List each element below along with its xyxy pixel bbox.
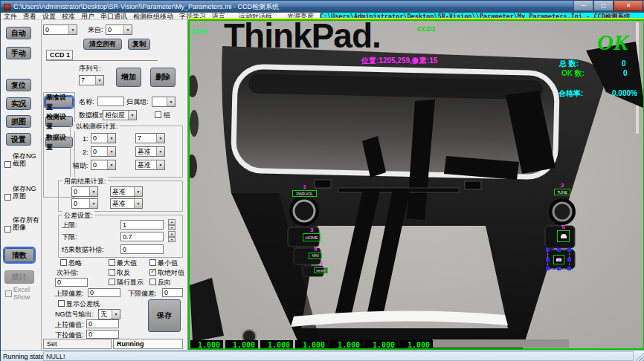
drag-handle[interactable] (557, 248, 561, 252)
result-value: 1.000 (295, 340, 328, 350)
clear-all-button[interactable]: 清空所有 (83, 39, 122, 50)
serial-select[interactable]: 7 (79, 75, 104, 85)
manual-button[interactable]: 手动 (6, 47, 31, 59)
drag-handle[interactable] (546, 267, 550, 270)
save-button[interactable]: 保存 (148, 299, 181, 332)
reverse-checkbox[interactable] (149, 279, 156, 285)
lower-limit-input[interactable] (120, 232, 164, 241)
save-ng-shot-checkbox[interactable] (4, 161, 11, 168)
save-ng-raw-checkbox[interactable] (4, 194, 11, 201)
row1-a-select[interactable]: 0 (91, 133, 116, 143)
tab-set[interactable]: Set (43, 339, 112, 349)
live-button[interactable]: 实况 (6, 97, 31, 110)
menu-frame-group-move[interactable]: 检测框组移动 (130, 13, 176, 20)
excel-show-label: Excel Show (13, 286, 40, 302)
interlace-checkbox[interactable] (109, 279, 115, 285)
data-settings-button[interactable]: 数据设置 (45, 137, 73, 148)
detect-box-selected[interactable]: 7 (547, 250, 570, 269)
menu-view[interactable]: 查看 (20, 13, 39, 20)
pulldown-input[interactable] (86, 330, 119, 339)
lower-dev-input[interactable] (162, 288, 183, 297)
aux-a-select[interactable]: 0 (91, 160, 116, 170)
ignore-checkbox[interactable] (60, 259, 67, 266)
save-all-images-checkbox[interactable] (4, 226, 11, 232)
group-mode-checkbox[interactable] (155, 111, 161, 118)
prev1-a-select[interactable]: 0 (71, 186, 98, 197)
menu-user[interactable]: 用户 (78, 13, 97, 20)
detect-box-tune[interactable]: 2 TUNE (554, 189, 570, 195)
max-checkbox[interactable] (109, 259, 115, 266)
detect-box-icon-inner[interactable]: 7 (553, 255, 564, 264)
prev2-a-select[interactable]: 0 (71, 198, 98, 209)
sec-comp-input[interactable] (55, 278, 88, 287)
close-button[interactable]: ✕ (614, 1, 643, 11)
group-select[interactable] (152, 97, 176, 107)
pass-rate-value: 0.000% (612, 90, 637, 97)
negate-checkbox[interactable] (109, 269, 115, 276)
min-checkbox[interactable] (149, 259, 156, 266)
detect-box-navi[interactable]: 4 NAVI (309, 253, 322, 259)
menu-settings[interactable]: 设置 (39, 13, 59, 20)
drag-handle[interactable] (557, 267, 561, 270)
status-message-field: NULL! (43, 351, 634, 361)
menu-serial-comm[interactable]: 串口通讯 (97, 13, 130, 20)
detect-box-home[interactable]: 3 HOME (303, 233, 321, 241)
row2-label: 2: (83, 149, 88, 156)
clear-count-button[interactable]: 清数 (4, 248, 34, 262)
total-count-label: 总 数: (559, 60, 579, 68)
image-viewport[interactable]: ThinkPad. (188, 19, 644, 350)
minimize-button[interactable]: ─ (573, 1, 593, 11)
show-tol-line-checkbox[interactable] (58, 300, 65, 307)
bell-icon (561, 234, 567, 238)
result-comp-input[interactable] (120, 244, 164, 254)
save-ng-shot-label: 保存NG截图 (13, 152, 39, 168)
detect-box-number: 3 (310, 227, 313, 233)
tab-running[interactable]: Running (113, 339, 183, 349)
detect-settings-button[interactable]: 检测设置 (45, 116, 73, 127)
chevron-down-icon (107, 134, 115, 143)
aux-b-select[interactable]: 基准 (135, 160, 165, 170)
reset-button[interactable]: 复位 (6, 79, 31, 91)
delete-button[interactable]: 删除 (150, 68, 176, 87)
drag-handle[interactable] (546, 248, 550, 252)
row1-b-select[interactable]: 7 (135, 133, 165, 143)
title-bar[interactable]: C:\Users\Administrator\Desktop\SR-Vision… (1, 1, 644, 13)
detect-box-pwr-vol[interactable]: 1 PWR-VOL (292, 190, 317, 197)
upper-dev-input[interactable] (88, 288, 120, 297)
name-input[interactable] (97, 97, 124, 106)
abs-checkbox[interactable] (149, 269, 156, 276)
copy-button[interactable]: 复制 (128, 39, 150, 50)
prev1-b-select[interactable]: 基准 (110, 186, 143, 197)
prev2-b-select[interactable]: 基准 (110, 198, 143, 209)
add-button[interactable]: 增加 (116, 68, 141, 87)
menu-file[interactable]: 文件 (1, 13, 20, 20)
drag-handle[interactable] (546, 258, 550, 261)
from-select[interactable]: 0 (106, 25, 132, 35)
from-label: 来自: (88, 27, 103, 33)
auto-button[interactable]: 自动 (6, 27, 31, 39)
base-settings-button[interactable]: 基准设置 (45, 97, 73, 108)
maximize-button[interactable]: ◻ (593, 1, 614, 11)
row2-b-select[interactable]: 基准 (135, 146, 165, 157)
drag-handle[interactable] (567, 248, 571, 252)
pullup-label: 上拉偏值: (55, 322, 84, 328)
drag-handle[interactable] (567, 267, 571, 270)
drag-handle[interactable] (567, 258, 571, 261)
detect-box-reset[interactable]: 5 RESET (314, 267, 328, 273)
pullup-input[interactable] (86, 319, 119, 328)
data-mode-select[interactable]: 相似度 (103, 110, 137, 120)
position-text: 位置:1205,259,像素:15 (361, 57, 437, 65)
lower-limit-spinner[interactable] (168, 231, 176, 242)
tab-ccd1[interactable]: CCD 1 (46, 50, 73, 60)
item-select[interactable]: 0 (43, 25, 77, 35)
interlace-label: 隔行显示 (117, 279, 144, 286)
resize-grip[interactable] (635, 352, 644, 361)
menu-calibration[interactable]: 校准 (59, 13, 78, 20)
detect-box-bell[interactable]: 6 (557, 230, 570, 242)
grab-button[interactable]: 抓图 (6, 115, 31, 128)
ng-output-select[interactable]: 无 (98, 309, 120, 319)
upper-limit-spinner[interactable] (168, 219, 176, 230)
setup-button[interactable]: 设置 (6, 133, 31, 146)
upper-limit-input[interactable] (120, 220, 164, 230)
row2-a-select[interactable]: 0 (91, 146, 116, 157)
